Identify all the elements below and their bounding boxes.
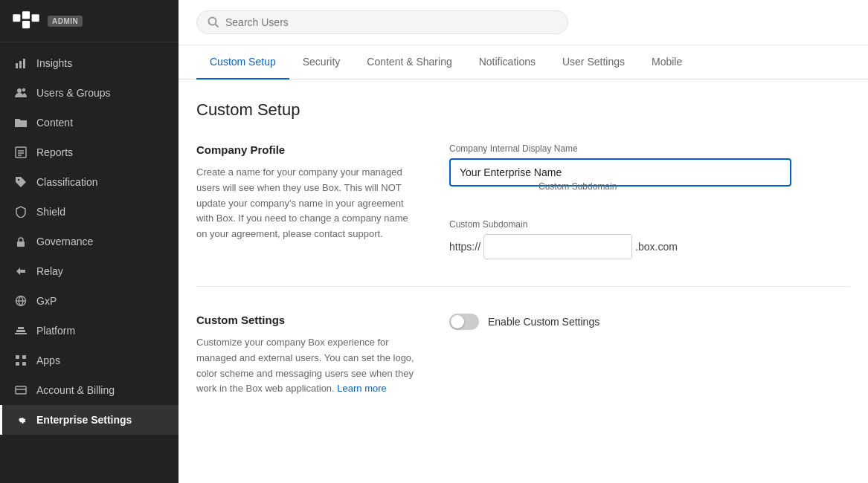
billing-icon: [14, 383, 28, 397]
sidebar-item-label: Classification: [36, 176, 97, 188]
tab-content-sharing[interactable]: Content & Sharing: [353, 45, 465, 80]
display-name-label: Company Internal Display Name: [449, 143, 850, 154]
sidebar-item-content[interactable]: Content: [0, 108, 179, 137]
sidebar-item-gxp[interactable]: GxP: [0, 286, 179, 316]
svg-rect-21: [16, 386, 26, 394]
sidebar-item-label: Insights: [36, 57, 72, 69]
toggle-row: Enable Custom Settings: [449, 314, 850, 330]
toggle-label: Enable Custom Settings: [488, 316, 599, 328]
svg-rect-1: [22, 11, 30, 19]
subdomain-suffix: .box.com: [635, 241, 678, 253]
subdomain-wrapper: Custom Subdomain https:// .box.com: [449, 219, 850, 259]
sidebar-item-governance[interactable]: Governance: [0, 227, 179, 256]
main-content: Custom Setup Security Content & Sharing …: [179, 0, 868, 483]
section-left: Company Profile Create a name for your c…: [196, 143, 419, 259]
reports-icon: [14, 146, 28, 159]
custom-settings-section: Custom Settings Customize your company B…: [196, 314, 850, 424]
gear-icon: [14, 413, 28, 427]
tab-notifications[interactable]: Notifications: [466, 45, 549, 80]
search-icon: [208, 16, 219, 28]
subdomain-section-label: Custom Subdomain: [449, 219, 850, 230]
section-right: Enable Custom Settings: [449, 314, 850, 397]
section-left: Custom Settings Customize your company B…: [196, 314, 419, 397]
company-profile-title: Company Profile: [196, 143, 419, 156]
search-bar: [196, 10, 568, 34]
svg-rect-20: [22, 362, 26, 366]
tab-mobile[interactable]: Mobile: [638, 45, 695, 80]
sidebar-item-label: Account & Billing: [36, 384, 115, 396]
svg-rect-19: [16, 362, 19, 366]
sidebar-item-label: Platform: [36, 325, 75, 337]
subdomain-label: Custom Subdomain: [539, 181, 617, 192]
sidebar-item-label: Reports: [36, 146, 73, 158]
subdomain-input[interactable]: [483, 234, 632, 259]
svg-rect-4: [16, 63, 18, 68]
tag-icon: [14, 175, 28, 189]
sidebar-item-label: Content: [36, 117, 73, 129]
svg-point-7: [17, 88, 22, 93]
sidebar: ADMIN Insights Users & Groups Content R: [0, 0, 179, 483]
page-content: Custom Setup Company Profile Create a na…: [179, 80, 868, 483]
relay-icon: [14, 265, 28, 278]
lock-icon: [14, 235, 28, 248]
enable-custom-settings-toggle[interactable]: [449, 314, 479, 330]
custom-settings-description: Customize your company Box experience fo…: [196, 335, 419, 397]
tabs: Custom Setup Security Content & Sharing …: [179, 45, 868, 80]
sidebar-item-label: Governance: [36, 236, 93, 247]
sidebar-item-users-groups[interactable]: Users & Groups: [0, 78, 179, 108]
sidebar-item-label: Shield: [36, 206, 65, 218]
sidebar-item-reports[interactable]: Reports: [0, 137, 179, 167]
svg-rect-17: [16, 355, 19, 359]
svg-point-8: [22, 88, 25, 91]
learn-more-link[interactable]: Learn more: [337, 383, 386, 394]
svg-point-13: [18, 179, 19, 181]
search-input[interactable]: [225, 16, 557, 28]
sidebar-item-enterprise-settings[interactable]: Enterprise Settings: [0, 405, 179, 435]
sidebar-nav: Insights Users & Groups Content Reports: [0, 42, 179, 483]
svg-rect-14: [17, 242, 25, 247]
sidebar-item-label: GxP: [36, 295, 57, 307]
sidebar-item-classification[interactable]: Classification: [0, 167, 179, 197]
sidebar-item-insights[interactable]: Insights: [0, 48, 179, 78]
platform-icon: [14, 324, 28, 337]
svg-rect-0: [13, 14, 20, 22]
sidebar-item-relay[interactable]: Relay: [0, 256, 179, 286]
tab-custom-setup[interactable]: Custom Setup: [196, 45, 289, 80]
sidebar-item-label: Enterprise Settings: [36, 414, 132, 426]
custom-settings-title: Custom Settings: [196, 314, 419, 326]
sidebar-item-label: Apps: [36, 354, 60, 366]
sidebar-logo: ADMIN: [0, 0, 179, 42]
users-icon: [14, 86, 28, 100]
tab-security[interactable]: Security: [289, 45, 354, 80]
sidebar-item-shield[interactable]: Shield: [0, 197, 179, 227]
shield-icon: [14, 205, 28, 218]
company-profile-description: Create a name for your company your mana…: [196, 165, 419, 242]
svg-point-23: [209, 18, 216, 25]
display-name-input[interactable]: [449, 158, 791, 187]
sidebar-item-platform[interactable]: Platform: [0, 316, 179, 346]
svg-rect-6: [23, 59, 25, 68]
svg-rect-2: [32, 14, 39, 22]
svg-line-24: [216, 25, 219, 27]
globe-icon: [14, 294, 28, 308]
admin-badge: ADMIN: [48, 16, 83, 27]
sidebar-item-apps[interactable]: Apps: [0, 346, 179, 375]
svg-rect-5: [19, 61, 22, 68]
tab-user-settings[interactable]: User Settings: [549, 45, 638, 80]
company-profile-section: Company Profile Create a name for your c…: [196, 143, 850, 287]
section-right: Company Internal Display Name Custom Sub…: [449, 143, 850, 259]
folder-icon: [14, 116, 28, 129]
sidebar-item-label: Relay: [36, 265, 63, 277]
sidebar-item-label: Users & Groups: [36, 87, 111, 99]
box-logo-icon: [12, 10, 40, 31]
subdomain-input-row: https:// .box.com: [449, 234, 850, 259]
page-title: Custom Setup: [196, 100, 850, 120]
svg-rect-3: [22, 21, 30, 28]
svg-rect-9: [16, 147, 26, 158]
sidebar-item-account-billing[interactable]: Account & Billing: [0, 375, 179, 405]
subdomain-prefix: https://: [449, 241, 480, 253]
search-bar-wrapper: [179, 0, 868, 45]
bar-chart-icon: [14, 56, 28, 70]
apps-icon: [14, 354, 28, 367]
svg-rect-18: [22, 355, 26, 359]
